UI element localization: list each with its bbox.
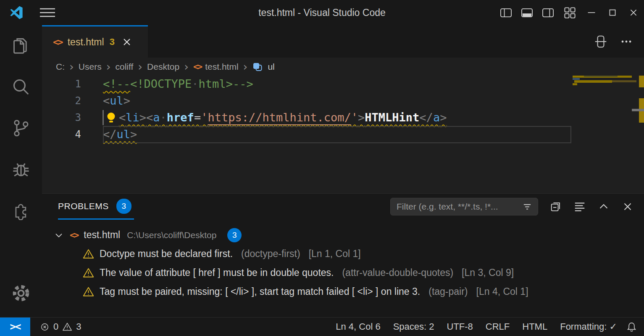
status-item-cursor-position[interactable]: Ln 4, Col 6 [329, 321, 386, 332]
cursor-marker [103, 110, 104, 125]
html-file-icon: <> [193, 62, 201, 72]
filter-icon [522, 201, 533, 212]
code-line-text: <!--<!DOCTYPE·html>--> [103, 76, 253, 92]
symbol-field-icon [252, 61, 263, 72]
maximize-panel-icon[interactable] [597, 200, 610, 213]
tab-problems[interactable]: PROBLEMS 3 [58, 194, 134, 220]
breadcrumb-item-testhtml[interactable]: test.html [205, 62, 238, 72]
status-item-indentation[interactable]: Spaces: 2 [387, 321, 441, 332]
problems-panel: PROBLEMS 3 [42, 193, 644, 317]
close-window-icon[interactable] [623, 0, 644, 25]
status-bar: >< 0 3 Ln 4, Col 6Spaces: 2UTF-8CRLFHTML… [0, 317, 644, 336]
collapse-all-icon[interactable] [549, 200, 562, 213]
run-debug-icon[interactable] [0, 149, 42, 190]
error-icon [39, 322, 50, 332]
tab-bar: <> test.html 3 [42, 25, 644, 58]
status-item-formatting[interactable]: Formatting: ✓ [554, 321, 623, 332]
status-item-language-mode[interactable]: HTML [516, 321, 554, 332]
title-bar: test.html - Visual Studio Code [0, 0, 644, 25]
toggle-primary-sidebar-icon[interactable] [495, 0, 516, 25]
breadcrumb-item-ul[interactable]: ul [268, 62, 274, 72]
tab-test-html[interactable]: <> test.html 3 [42, 25, 148, 58]
filter-input[interactable] [397, 202, 522, 212]
view-as-table-icon[interactable] [573, 200, 586, 213]
close-panel-icon[interactable] [621, 200, 634, 213]
problem-position: [Ln 1, Col 1] [309, 248, 361, 260]
split-editor-icon[interactable] [594, 34, 608, 49]
more-actions-icon[interactable] [620, 35, 633, 48]
chevron-down-icon [54, 230, 64, 240]
close-tab-icon[interactable] [122, 37, 132, 47]
code-editor[interactable]: 1<!--<!DOCTYPE·html>-->2<ul>3<li><a·href… [42, 76, 644, 193]
vscode-window: test.html - Visual Studio Code [0, 0, 644, 336]
maximize-window-icon[interactable] [602, 0, 623, 25]
status-item-encoding[interactable]: UTF-8 [441, 321, 479, 332]
remote-icon: >< [10, 321, 21, 333]
breadcrumb-item-desktop[interactable]: Desktop [147, 62, 179, 72]
status-item-eol-sequence[interactable]: CRLF [479, 321, 516, 332]
problems-file-name: test.html [84, 229, 120, 241]
line-number: 1 [42, 76, 103, 92]
breadcrumb: C:›Users›coliff›Desktop›<>test.html›ul [42, 58, 644, 76]
problems-count-badge: 3 [116, 199, 131, 214]
problems-file-path: C:\Users\coliff\Desktop [127, 230, 216, 240]
source-control-icon[interactable] [0, 108, 42, 149]
tab-problem-count: 3 [110, 37, 115, 47]
problem-message: The value of attribute [ href ] must be … [100, 267, 334, 278]
html-file-icon: <> [70, 230, 78, 240]
code-line-text: <ul> [103, 92, 130, 109]
problems-tree: <> test.html C:\Users\coliff\Desktop 3 D… [42, 220, 644, 301]
breadcrumb-separator-icon: › [68, 63, 75, 71]
vscode-logo-icon [9, 5, 24, 20]
file-problems-count-badge: 3 [227, 228, 242, 242]
problem-message: Tag must be paired, missing: [ </li> ], … [100, 286, 420, 297]
toggle-secondary-sidebar-icon[interactable] [537, 0, 558, 25]
problems-file-row[interactable]: <> test.html C:\Users\coliff\Desktop 3 [42, 226, 644, 244]
code-line: 1<!--<!DOCTYPE·html>--> [42, 76, 644, 92]
problem-rule: (tag-pair) [428, 286, 468, 297]
problem-message: Doctype must be declared first. [100, 248, 233, 260]
explorer-icon[interactable] [0, 25, 42, 66]
problem-row[interactable]: Tag must be paired, missing: [ </li> ], … [42, 282, 644, 301]
minimize-window-icon[interactable] [581, 0, 602, 25]
toggle-panel-icon[interactable] [516, 0, 537, 25]
warning-icon [62, 321, 73, 332]
problem-row[interactable]: Doctype must be declared first.(doctype-… [42, 244, 644, 263]
editor-actions [594, 25, 633, 58]
panel-header: PROBLEMS 3 [42, 194, 644, 220]
line-number: 3 [42, 109, 103, 126]
breadcrumb-item-users[interactable]: Users [79, 62, 102, 72]
tab-label: test.html [68, 37, 104, 48]
search-icon[interactable] [0, 66, 42, 108]
notifications-bell-icon[interactable] [626, 321, 637, 333]
settings-gear-icon[interactable] [0, 274, 42, 312]
problem-rule: (doctype-first) [241, 248, 300, 260]
panel-actions [390, 198, 634, 215]
breadcrumb-separator-icon: › [137, 63, 143, 71]
remote-indicator[interactable]: >< [0, 318, 30, 336]
menu-icon[interactable] [39, 7, 55, 18]
status-bar-right: Ln 4, Col 6Spaces: 2UTF-8CRLFHTMLFormatt… [329, 321, 623, 332]
problem-row[interactable]: The value of attribute [ href ] must be … [42, 263, 644, 282]
problem-position: [Ln 3, Col 9] [462, 267, 514, 278]
breadcrumb-item-c[interactable]: C: [56, 62, 65, 72]
problem-rule: (attr-value-double-quotes) [342, 267, 453, 278]
extensions-icon[interactable] [0, 190, 42, 231]
overview-ruler-cursor-mark [632, 109, 644, 111]
minimap[interactable] [572, 76, 635, 100]
warning-count: 3 [76, 321, 81, 332]
code-line-text: <li><a·href='https://htmlhint.com/'>HTML… [103, 109, 447, 126]
warning-icon [82, 248, 95, 260]
status-problems[interactable]: 0 3 [39, 321, 81, 332]
line-number: 2 [42, 92, 103, 109]
problems-filter [390, 198, 538, 215]
problem-position: [Ln 4, Col 1] [476, 286, 528, 297]
html-file-icon: <> [53, 37, 62, 47]
code-line-text: </ul> [103, 126, 137, 143]
warning-icon [82, 286, 95, 298]
customize-layout-icon[interactable] [558, 0, 581, 25]
breadcrumb-separator-icon: › [105, 63, 112, 71]
breadcrumb-item-coliff[interactable]: coliff [115, 62, 133, 72]
code-line: 4</ul> [42, 126, 644, 143]
activity-bar [0, 25, 42, 317]
